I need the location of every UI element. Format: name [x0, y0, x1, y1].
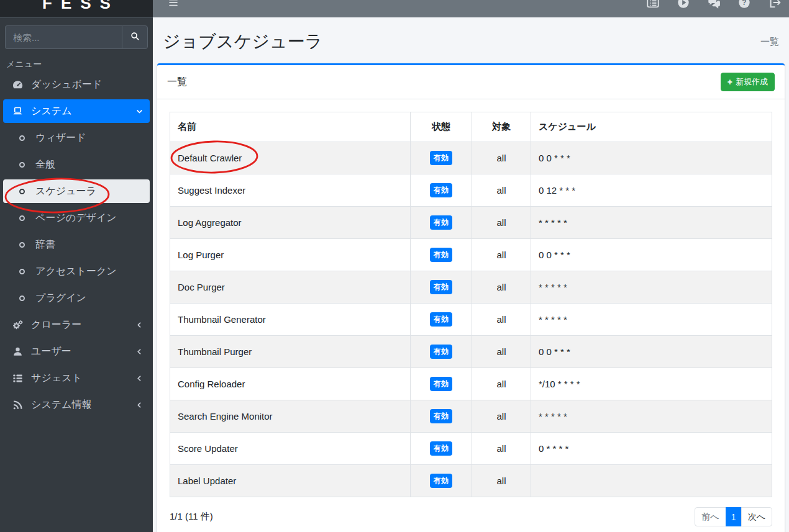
- sidebar-item-wizard[interactable]: ウィザード: [3, 126, 150, 150]
- circle-icon: [17, 215, 27, 221]
- table-header-row: 名前状態対象スケジュール: [170, 112, 772, 142]
- sidebar-item-scheduler[interactable]: スケジューラ: [3, 179, 150, 203]
- job-target-cell: all: [472, 207, 531, 239]
- chevron-left-icon: [135, 374, 144, 382]
- question-circle-icon[interactable]: ?: [737, 0, 751, 9]
- table-row[interactable]: Search Engine Monitor有効all* * * * *: [170, 400, 772, 433]
- create-new-button[interactable]: + 新規作成: [721, 73, 775, 91]
- status-badge: 有効: [430, 312, 452, 327]
- sidebar-item-access-token[interactable]: アクセストークン: [3, 259, 150, 283]
- column-header: スケジュール: [531, 112, 772, 142]
- menu-label: メニュー: [6, 59, 153, 70]
- sidebar-item-general[interactable]: 全般: [3, 153, 150, 176]
- job-name-cell: Label Updater: [170, 465, 411, 497]
- job-target-cell: all: [472, 271, 531, 304]
- status-badge: 有効: [430, 280, 452, 294]
- user-icon: [9, 346, 25, 358]
- table-row[interactable]: Log Aggregator有効all* * * * *: [170, 207, 772, 239]
- comments-icon[interactable]: [707, 0, 721, 9]
- sign-out-icon[interactable]: [768, 0, 782, 9]
- job-schedule-cell: * * * * *: [531, 271, 772, 304]
- status-badge: 有効: [430, 377, 452, 391]
- table-row[interactable]: Thumbnail Generator有効all* * * * *: [170, 304, 772, 336]
- status-badge: 有効: [430, 345, 452, 359]
- sidebar-item-plugin[interactable]: プラグイン: [3, 286, 150, 310]
- sidebar-item-page-design[interactable]: ページのデザイン: [3, 206, 150, 230]
- circle-icon: [17, 242, 27, 248]
- search-input[interactable]: [5, 25, 122, 49]
- job-schedule-cell: 0 0 * * *: [531, 142, 772, 174]
- pagination: 前へ 1 次へ: [695, 507, 772, 526]
- sidebar-item-user[interactable]: ユーザー: [3, 340, 150, 363]
- page-title: ジョブスケジューラ: [163, 30, 322, 53]
- create-new-label: 新規作成: [736, 76, 768, 88]
- play-circle-icon[interactable]: [677, 0, 690, 9]
- job-target-cell: all: [472, 142, 531, 174]
- job-name-cell: Doc Purger: [170, 271, 411, 304]
- job-schedule-cell: 0 * * * *: [531, 433, 772, 465]
- table-row[interactable]: Config Reloader有効all*/10 * * * *: [170, 368, 772, 400]
- rss-icon: [9, 399, 25, 411]
- status-badge: 有効: [430, 474, 452, 488]
- job-target-cell: all: [472, 239, 531, 271]
- job-name-cell: Search Engine Monitor: [170, 400, 411, 433]
- svg-text:?: ?: [742, 0, 746, 7]
- job-name-cell: Suggest Indexer: [170, 174, 411, 207]
- plus-icon: +: [727, 77, 732, 87]
- hamburger-menu-icon[interactable]: [168, 0, 179, 11]
- gears-icon: [9, 319, 25, 331]
- pagination-next-button[interactable]: 次へ: [741, 507, 772, 526]
- sidebar-item-suggest[interactable]: サジェスト: [3, 366, 150, 390]
- sidebar-item-label: 辞書: [35, 238, 55, 251]
- sidebar-item-label: アクセストークン: [35, 265, 117, 278]
- table-row[interactable]: Default Crawler有効all0 0 * * *: [170, 142, 772, 174]
- column-header: 名前: [170, 112, 411, 142]
- chevron-down-icon: [135, 107, 144, 115]
- sidebar: FESS メニュー ダッシュボードシステムウィザード全般スケジューラページのデザ…: [0, 0, 153, 532]
- table-row[interactable]: Log Purger有効all0 0 * * *: [170, 239, 772, 271]
- sidebar-item-system[interactable]: システム: [3, 99, 150, 123]
- job-target-cell: all: [472, 174, 531, 207]
- sidebar-item-label: スケジューラ: [35, 185, 96, 198]
- circle-icon: [17, 135, 27, 141]
- job-status-cell: 有効: [411, 271, 472, 304]
- breadcrumb: 一覧: [760, 36, 779, 48]
- job-table: 名前状態対象スケジュール Default Crawler有効all0 0 * *…: [170, 112, 772, 497]
- job-name-cell: Config Reloader: [170, 368, 411, 400]
- table-footer: 1/1 (11 件) 前へ 1 次へ: [170, 507, 772, 526]
- table-row[interactable]: Thumbnail Purger有効all0 0 * * *: [170, 336, 772, 368]
- table-row[interactable]: Label Updater有効all: [170, 465, 772, 497]
- table-row[interactable]: Suggest Indexer有効all0 12 * * *: [170, 174, 772, 207]
- list-icon: [9, 372, 25, 384]
- sidebar-item-label: システム: [31, 105, 72, 118]
- job-status-cell: 有効: [411, 239, 472, 271]
- job-name-cell: Score Updater: [170, 433, 411, 465]
- sidebar-item-label: サジェスト: [31, 372, 82, 385]
- sidebar-item-dashboard[interactable]: ダッシュボード: [3, 73, 150, 96]
- job-schedule-cell: 0 12 * * *: [531, 174, 772, 207]
- pagination-page-1-button[interactable]: 1: [726, 507, 742, 526]
- table-row[interactable]: Doc Purger有効all* * * * *: [170, 271, 772, 304]
- topbar: ?: [153, 0, 789, 17]
- sidebar-item-dictionary[interactable]: 辞書: [3, 233, 150, 256]
- sidebar-item-system-info[interactable]: システム情報: [3, 393, 150, 417]
- brand[interactable]: FESS: [0, 0, 153, 18]
- sidebar-item-label: クローラー: [31, 318, 81, 331]
- sidebar-search: [5, 25, 148, 49]
- status-badge: 有効: [430, 248, 452, 262]
- circle-icon: [17, 295, 27, 301]
- job-status-cell: 有効: [411, 304, 472, 336]
- pagination-prev-button[interactable]: 前へ: [695, 507, 726, 526]
- job-schedule-cell: */10 * * * *: [531, 368, 772, 400]
- job-name-cell: Log Purger: [170, 239, 411, 271]
- page-head: ジョブスケジューラ 一覧: [153, 17, 789, 63]
- job-status-cell: 有効: [411, 433, 472, 465]
- job-schedule-cell: * * * * *: [531, 207, 772, 239]
- form-icon[interactable]: [646, 0, 660, 9]
- job-target-cell: all: [472, 368, 531, 400]
- table-row[interactable]: Score Updater有効all0 * * * *: [170, 433, 772, 465]
- sidebar-menu: ダッシュボードシステムウィザード全般スケジューラページのデザイン辞書アクセストー…: [0, 73, 153, 417]
- job-schedule-cell: 0 0 * * *: [531, 336, 772, 368]
- search-button[interactable]: [122, 25, 148, 49]
- sidebar-item-crawler[interactable]: クローラー: [3, 313, 150, 336]
